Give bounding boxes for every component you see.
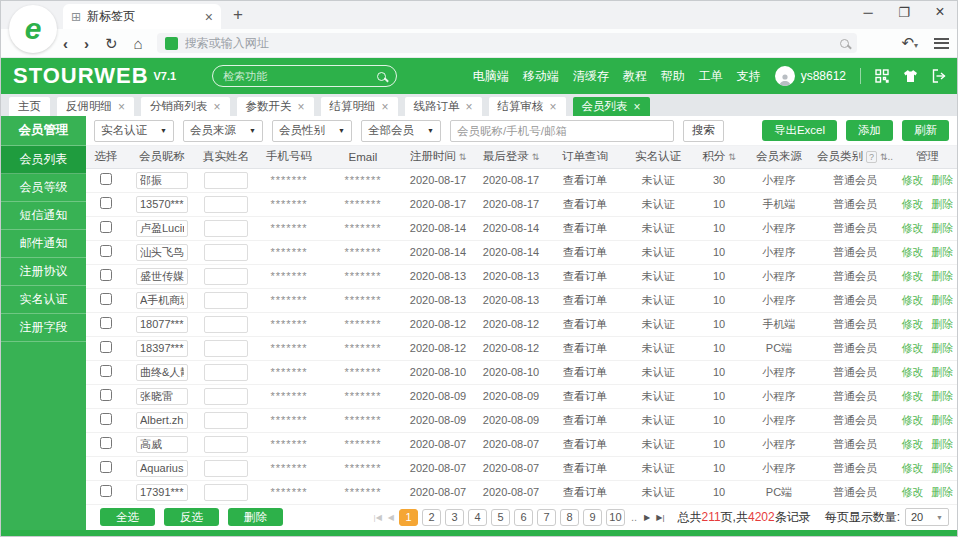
nickname-input[interactable] xyxy=(136,268,188,285)
search-button[interactable]: 搜索 xyxy=(683,120,724,142)
sidebar-item[interactable]: 邮件通知 xyxy=(1,230,86,258)
row-checkbox[interactable] xyxy=(100,317,112,329)
logout-icon[interactable] xyxy=(932,69,947,83)
view-orders-link[interactable]: 查看订单 xyxy=(563,294,607,306)
edit-link[interactable]: 修改 xyxy=(902,342,924,354)
page-number[interactable]: 10 xyxy=(606,509,625,526)
row-checkbox[interactable] xyxy=(100,293,112,305)
header-menu-item[interactable]: 支持 xyxy=(737,68,761,85)
row-checkbox[interactable] xyxy=(100,341,112,353)
refresh-button[interactable]: 刷新 xyxy=(902,120,949,141)
edit-link[interactable]: 修改 xyxy=(902,222,924,234)
sort-icon[interactable]: ⇅ xyxy=(728,152,736,162)
page-number[interactable]: 9 xyxy=(583,509,602,526)
page-tab[interactable]: 分销商列表× xyxy=(141,97,230,116)
page-number[interactable]: 8 xyxy=(560,509,579,526)
delete-link[interactable]: 删除 xyxy=(932,222,954,234)
view-orders-link[interactable]: 查看订单 xyxy=(563,318,607,330)
header-menu-item[interactable]: 移动端 xyxy=(523,68,559,85)
address-input[interactable] xyxy=(185,36,833,50)
nickname-input[interactable] xyxy=(136,316,188,333)
export-excel-button[interactable]: 导出Excel xyxy=(762,120,837,141)
realname-input[interactable] xyxy=(204,172,248,189)
home-icon[interactable]: ⌂ xyxy=(134,36,143,51)
nickname-input[interactable] xyxy=(136,220,188,237)
refresh-icon[interactable]: ↻ xyxy=(105,36,118,51)
page-tab[interactable]: 反佣明细× xyxy=(57,97,134,116)
realname-input[interactable] xyxy=(204,244,248,261)
tab-close-icon[interactable]: × xyxy=(214,100,221,114)
sort-icon[interactable]: ⇅ xyxy=(532,152,540,162)
app-search-input[interactable] xyxy=(223,70,377,82)
realname-input[interactable] xyxy=(204,292,248,309)
row-checkbox[interactable] xyxy=(100,485,112,497)
header-menu-item[interactable]: 工单 xyxy=(699,68,723,85)
row-checkbox[interactable] xyxy=(100,389,112,401)
edit-link[interactable]: 修改 xyxy=(902,270,924,282)
delete-link[interactable]: 删除 xyxy=(932,462,954,474)
page-number[interactable]: 6 xyxy=(514,509,533,526)
address-pill[interactable] xyxy=(157,33,857,53)
realname-input[interactable] xyxy=(204,364,248,381)
view-orders-link[interactable]: 查看订单 xyxy=(563,462,607,474)
sidebar-section-title[interactable]: 会员管理 xyxy=(1,116,86,146)
edit-link[interactable]: 修改 xyxy=(902,486,924,498)
nickname-input[interactable] xyxy=(136,412,188,429)
view-orders-link[interactable]: 查看订单 xyxy=(563,246,607,258)
header-menu-item[interactable]: 帮助 xyxy=(661,68,685,85)
view-orders-link[interactable]: 查看订单 xyxy=(563,414,607,426)
row-checkbox[interactable] xyxy=(100,173,112,185)
page-tab[interactable]: 参数开关× xyxy=(237,97,314,116)
delete-link[interactable]: 删除 xyxy=(932,486,954,498)
view-orders-link[interactable]: 查看订单 xyxy=(563,438,607,450)
tab-close-icon[interactable]: × xyxy=(550,100,557,114)
row-checkbox[interactable] xyxy=(100,365,112,377)
filter-select[interactable]: 会员来源▼ xyxy=(183,120,263,142)
browser-tab[interactable]: ⊞ 新标签页 × xyxy=(63,4,221,29)
page-number[interactable]: 2 xyxy=(422,509,441,526)
invert-select-button[interactable]: 反选 xyxy=(164,508,219,526)
close-window-button[interactable]: × xyxy=(933,3,947,21)
nickname-input[interactable] xyxy=(136,172,188,189)
realname-input[interactable] xyxy=(204,412,248,429)
edit-link[interactable]: 修改 xyxy=(902,246,924,258)
keyword-input[interactable] xyxy=(450,120,674,142)
filter-select[interactable]: 会员性别▼ xyxy=(272,120,352,142)
page-number[interactable]: 5 xyxy=(491,509,510,526)
view-orders-link[interactable]: 查看订单 xyxy=(563,222,607,234)
sidebar-item[interactable]: 注册字段 xyxy=(1,314,86,342)
delete-link[interactable]: 删除 xyxy=(932,198,954,210)
page-number[interactable]: 7 xyxy=(537,509,556,526)
help-icon[interactable]: ? xyxy=(866,151,877,163)
view-orders-link[interactable]: 查看订单 xyxy=(563,390,607,402)
new-tab-button[interactable]: + xyxy=(233,5,243,25)
edit-link[interactable]: 修改 xyxy=(902,438,924,450)
sort-icon[interactable]: ⇅ xyxy=(880,152,888,162)
app-search[interactable] xyxy=(212,65,397,87)
edit-link[interactable]: 修改 xyxy=(902,198,924,210)
sidebar-item[interactable]: 会员列表 xyxy=(1,146,86,174)
realname-input[interactable] xyxy=(204,268,248,285)
delete-link[interactable]: 删除 xyxy=(932,270,954,282)
tab-close-icon[interactable]: × xyxy=(382,100,389,114)
sidebar-item[interactable]: 实名认证 xyxy=(1,286,86,314)
delete-link[interactable]: 删除 xyxy=(932,318,954,330)
delete-link[interactable]: 删除 xyxy=(932,294,954,306)
minimize-button[interactable]: ─ xyxy=(861,5,875,20)
row-checkbox[interactable] xyxy=(100,461,112,473)
page-number[interactable]: 1 xyxy=(399,509,418,526)
sort-icon[interactable]: ⇅ xyxy=(459,152,467,162)
page-tab[interactable]: 线路订单× xyxy=(405,97,482,116)
realname-input[interactable] xyxy=(204,388,248,405)
row-checkbox[interactable] xyxy=(100,197,112,209)
page-tab[interactable]: 结算明细× xyxy=(321,97,398,116)
realname-input[interactable] xyxy=(204,436,248,453)
row-checkbox[interactable] xyxy=(100,221,112,233)
row-checkbox[interactable] xyxy=(100,437,112,449)
view-orders-link[interactable]: 查看订单 xyxy=(563,366,607,378)
delete-link[interactable]: 删除 xyxy=(932,390,954,402)
delete-link[interactable]: 删除 xyxy=(932,366,954,378)
user-menu[interactable]: ys88612 xyxy=(775,66,846,86)
view-orders-link[interactable]: 查看订单 xyxy=(563,198,607,210)
edit-link[interactable]: 修改 xyxy=(902,174,924,186)
